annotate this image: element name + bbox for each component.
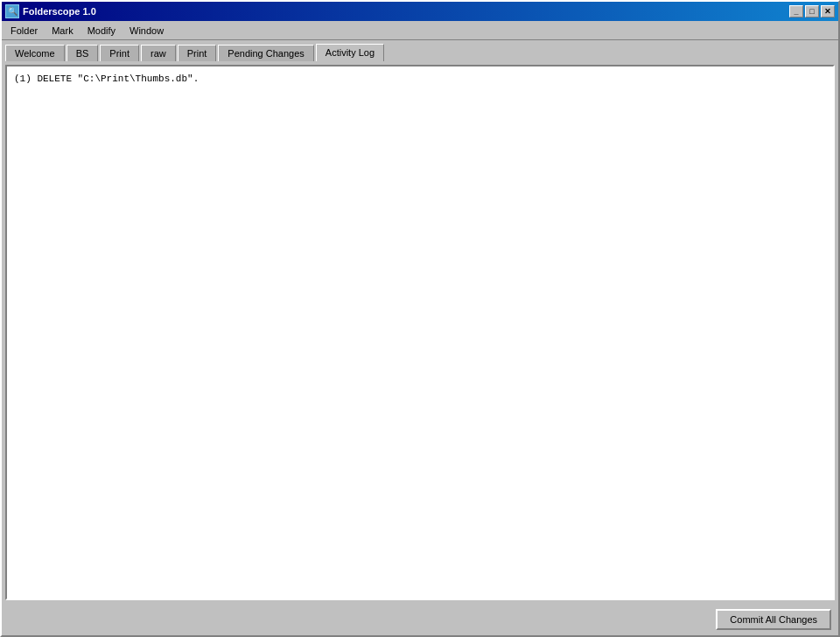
app-icon: 🔍 [5, 4, 19, 18]
commit-all-changes-button[interactable]: Commit All Changes [716, 609, 831, 630]
close-button[interactable]: ✕ [821, 5, 835, 18]
title-bar-buttons: _ □ ✕ [789, 5, 835, 18]
tab-activity-log[interactable]: Activity Log [316, 44, 384, 61]
title-bar-left: 🔍 Folderscope 1.0 [5, 4, 96, 18]
tab-bs[interactable]: BS [66, 45, 99, 61]
menu-item-mark[interactable]: Mark [45, 24, 80, 38]
bottom-bar: Commit All Changes [2, 604, 838, 635]
window-title: Folderscope 1.0 [23, 6, 96, 17]
tab-print2[interactable]: Print [178, 45, 217, 61]
tab-pending-changes[interactable]: Pending Changes [218, 45, 313, 61]
activity-log-panel: (1) DELETE "C:\Print\Thumbs.db". [5, 65, 835, 600]
log-entry-1: (1) DELETE "C:\Print\Thumbs.db". [14, 74, 826, 84]
tab-welcome[interactable]: Welcome [5, 45, 65, 61]
main-window: 🔍 Folderscope 1.0 _ □ ✕ Folder Mark Modi… [0, 0, 840, 637]
minimize-button[interactable]: _ [789, 5, 803, 18]
tab-raw[interactable]: raw [141, 45, 176, 61]
menu-item-window[interactable]: Window [122, 24, 171, 38]
title-bar: 🔍 Folderscope 1.0 _ □ ✕ [2, 2, 838, 21]
tab-bar: Welcome BS Print raw Print Pending Chang… [2, 40, 838, 61]
menu-item-modify[interactable]: Modify [80, 24, 122, 38]
tab-print1[interactable]: Print [100, 45, 139, 61]
menu-bar: Folder Mark Modify Window [2, 21, 838, 40]
content-area: (1) DELETE "C:\Print\Thumbs.db". [2, 61, 838, 604]
menu-item-folder[interactable]: Folder [4, 24, 45, 38]
maximize-button[interactable]: □ [805, 5, 819, 18]
